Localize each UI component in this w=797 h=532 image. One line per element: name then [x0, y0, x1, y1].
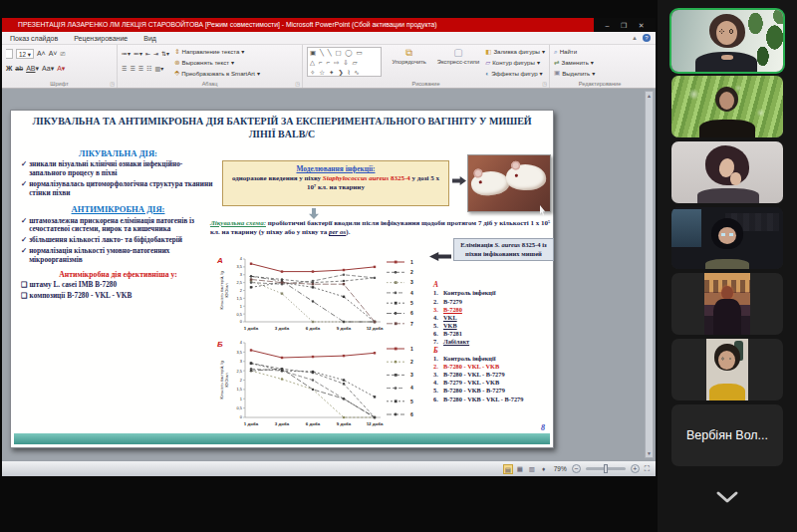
bullets-icon[interactable]: ≔▾: [122, 51, 131, 57]
bold-icon[interactable]: Ж: [6, 65, 12, 72]
align-text-button[interactable]: ⊜Выровнять текст ▾: [174, 58, 260, 68]
columns-icon[interactable]: ▥▾: [155, 66, 164, 72]
drawing-dialog-launcher-icon[interactable]: ◳: [542, 81, 547, 87]
find-button[interactable]: ⌕Найти: [554, 47, 595, 57]
slideshow-view-icon[interactable]: ♦: [539, 464, 549, 474]
scroll-up-icon[interactable]: ▲: [647, 93, 652, 99]
elimination-box: Елімінація S. aureus 8325-4 із піхви інф…: [453, 238, 554, 261]
replace-button[interactable]: ⇄Заменить ▾: [554, 58, 595, 68]
participant-face: [719, 92, 734, 110]
svg-text:6 доба: 6 доба: [306, 326, 321, 331]
participant-video-5[interactable]: [671, 273, 783, 335]
case-icon[interactable]: Аа▾: [42, 65, 54, 72]
fit-to-window-icon[interactable]: ⛶: [645, 464, 650, 474]
per-os-text: per os: [329, 228, 346, 236]
mouse-figure: [470, 168, 511, 197]
participant-video-3[interactable]: [671, 141, 783, 203]
participant-video-4[interactable]: [671, 207, 783, 269]
shape-fill-button[interactable]: ◧Заливка фигуры ▾: [485, 47, 545, 57]
vertical-scrollbar[interactable]: ▲ ▼: [645, 91, 654, 458]
participant-video-1[interactable]: [671, 10, 783, 72]
mouse-ear: [511, 160, 521, 170]
close-icon[interactable]: ✕: [639, 22, 645, 29]
shape-outline-button[interactable]: ▱Контур фигуры ▾: [485, 58, 545, 68]
paragraph-group-label: Абзац: [118, 81, 302, 87]
normal-view-icon[interactable]: ▤: [503, 464, 513, 474]
font-name-combo[interactable]: [6, 49, 13, 59]
video-gallery-sidebar: Вербіян Вол...: [658, 0, 797, 532]
svg-text:3: 3: [240, 272, 242, 277]
desktop: ПРЕЗЕНТАЦІЯ ЛАЗАРЕНКО ЛМ ЛЕКЦІЯ СТАРОВОЙ…: [0, 0, 797, 532]
indent-left-icon[interactable]: ⇤: [145, 51, 150, 57]
underline-icon[interactable]: АВ▾: [26, 65, 39, 72]
shapes-gallery[interactable]: ▣ ╲ ╲ ▢ ◯ ▭△ ⌐ ⌐ ⇨ ⇩ ▱✧ ☆ ✦ ❯ ⌇ ∿: [307, 47, 382, 77]
svg-text:6 доба: 6 доба: [306, 421, 321, 426]
numbering-icon[interactable]: ≕▾: [133, 51, 142, 57]
grow-font-icon[interactable]: A˄: [37, 50, 46, 57]
smartart-button[interactable]: ⬘Преобразовать в SmartArt ▾: [174, 68, 260, 78]
zoom-out-icon[interactable]: −: [572, 464, 581, 473]
font-dialog-launcher-icon[interactable]: ◳: [110, 81, 115, 87]
svg-text:2,5: 2,5: [237, 280, 242, 285]
minimize-icon[interactable]: –: [605, 22, 609, 29]
svg-text:1 доба: 1 доба: [244, 421, 259, 426]
svg-text:КУО/мл: КУО/мл: [224, 373, 229, 388]
yellow-hoodie: [709, 384, 745, 400]
align-right-icon[interactable]: ☰: [138, 66, 143, 72]
strikethrough-icon[interactable]: ab: [15, 65, 23, 72]
scheme-lead: Лікувальна схема:: [210, 219, 266, 227]
font-color-icon[interactable]: А▾: [57, 65, 65, 72]
title-bar: ПРЕЗЕНТАЦІЯ ЛАЗАРЕНКО ЛМ ЛЕКЦІЯ СТАРОВОЙ…: [2, 18, 656, 32]
svg-text:3: 3: [410, 279, 413, 285]
chart-legend-text: А 1.Контроль інфекції2.В-72793.В-72804.V…: [433, 280, 555, 403]
tab-slideshow[interactable]: Показ слайдов: [2, 35, 66, 42]
arrow-right-icon: [452, 176, 466, 185]
minimize-ribbon-icon[interactable]: ▲: [632, 35, 638, 41]
legend-a-item: 5.VKB: [433, 322, 555, 330]
help-icon[interactable]: ?: [643, 34, 651, 42]
slide-title: ЛІКУВАЛЬНА ТА АНТИМІКРОБНА ДІЯ БАКТЕРІЙ …: [25, 115, 539, 140]
zoom-slider[interactable]: [586, 467, 626, 470]
justify-icon[interactable]: ☷: [146, 66, 151, 72]
font-size-combo[interactable]: 12 ▾: [16, 49, 34, 59]
quick-styles-button[interactable]: ▢ Экспресс-стили: [436, 47, 480, 78]
zoom-slider-thumb[interactable]: [604, 464, 608, 473]
tab-view[interactable]: Вид: [135, 35, 164, 42]
shape-effects-button[interactable]: ◐Эффекты фигур ▾: [485, 68, 545, 78]
svg-text:1: 1: [240, 304, 242, 309]
reading-view-icon[interactable]: ▥: [527, 464, 537, 474]
paragraph-dialog-launcher-icon[interactable]: ◳: [295, 81, 300, 87]
select-icon: ▣: [554, 69, 560, 77]
line-spacing-icon[interactable]: ⇅▾: [161, 51, 169, 57]
select-button[interactable]: ▣Выделить ▾: [554, 68, 595, 78]
arrange-button[interactable]: ⧉ Упорядочить: [387, 47, 430, 78]
antimicrobial-item: ✓збільшення кількості лакто- та біфідоба…: [21, 236, 215, 245]
participant-video-2[interactable]: [671, 76, 783, 137]
text-direction-button[interactable]: ⇕Направление текста ▾: [174, 47, 260, 57]
participant-video-6[interactable]: [671, 339, 783, 400]
participant-hand: [730, 172, 741, 185]
svg-text:2: 2: [410, 359, 413, 365]
mouse-pointer-cursor: [540, 205, 548, 216]
participant-video-7[interactable]: Вербіян Вол...: [671, 404, 783, 466]
svg-text:1 доба: 1 доба: [244, 326, 259, 331]
slide-canvas[interactable]: ЛІКУВАЛЬНА ТА АНТИМІКРОБНА ДІЯ БАКТЕРІЙ …: [10, 110, 554, 448]
editing-group-label: Редактирование: [550, 81, 650, 87]
align-left-icon[interactable]: ☰: [122, 66, 127, 72]
zoom-in-icon[interactable]: +: [631, 464, 640, 473]
glasses-glare: [719, 232, 735, 237]
align-center-icon[interactable]: ☰: [130, 66, 134, 72]
maximize-icon[interactable]: ❐: [621, 22, 627, 29]
tab-review[interactable]: Рецензирование: [66, 35, 135, 42]
indent-right-icon[interactable]: ⇥: [153, 51, 158, 57]
scroll-down-icon[interactable]: ▼: [647, 450, 652, 456]
slide-sorter-view-icon[interactable]: ▦: [515, 464, 525, 474]
clear-format-icon[interactable]: ⎚: [60, 51, 65, 57]
chevron-down-icon[interactable]: [714, 490, 740, 504]
svg-text:0: 0: [240, 319, 243, 324]
svg-text:2: 2: [240, 378, 242, 383]
shrink-font-icon[interactable]: A˅: [49, 50, 58, 57]
drawing-group-label: Рисование: [303, 81, 549, 87]
window-light: [671, 209, 701, 247]
editing-group: ⌕Найти ⇄Заменить ▾ ▣Выделить ▾ Редактиро…: [550, 45, 650, 88]
